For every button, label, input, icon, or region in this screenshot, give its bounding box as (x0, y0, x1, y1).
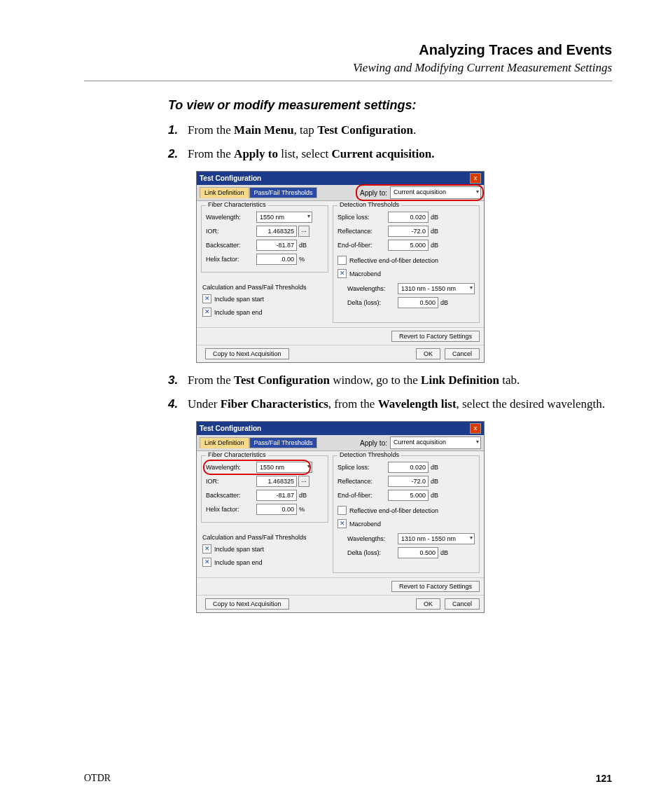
unit-label: % (299, 256, 305, 263)
checkbox-icon: ✕ (338, 519, 347, 528)
group-title: Fiber Characteristics (206, 201, 268, 208)
reflective-eof-checkbox[interactable]: Reflective end-of-fiber detection (338, 256, 438, 265)
backscatter-label: Backscatter: (206, 492, 256, 499)
unit-label: dB (431, 464, 438, 471)
unit-label: dB (431, 492, 438, 499)
wavelengths-select[interactable]: 1310 nm - 1550 nm (398, 283, 475, 294)
dialog-titlebar: Test Configuration x (197, 172, 484, 185)
revert-button[interactable]: Revert to Factory Settings (391, 331, 480, 342)
ior-label: IOR: (206, 478, 256, 485)
dialog-title: Test Configuration (200, 174, 470, 182)
step-text: From the Test Configuration window, go t… (188, 371, 612, 390)
wavelengths-label: Wavelengths: (347, 285, 398, 292)
helix-input[interactable]: 0.00 (256, 254, 297, 265)
delta-loss-label: Delta (loss): (347, 549, 398, 556)
step-number: 3. (168, 371, 188, 390)
backscatter-input[interactable]: -81.87 (256, 240, 297, 251)
wavelength-select[interactable]: 1550 nm (256, 212, 312, 223)
cancel-button[interactable]: Cancel (445, 598, 480, 610)
ior-more-button[interactable]: ... (298, 476, 309, 487)
wavelength-select[interactable]: 1550 nm (256, 462, 312, 473)
end-of-fiber-label: End-of-fiber: (338, 492, 388, 499)
reflectance-label: Reflectance: (338, 228, 388, 235)
close-icon[interactable]: x (470, 423, 481, 434)
calc-title: Calculation and Pass/Fail Thresholds (202, 284, 324, 291)
page-number: 121 (596, 773, 612, 784)
end-of-fiber-input[interactable]: 5.000 (388, 490, 429, 501)
group-title: Detection Thresholds (338, 201, 401, 208)
delta-loss-label: Delta (loss): (347, 299, 398, 306)
calc-title: Calculation and Pass/Fail Thresholds (202, 534, 324, 541)
unit-label: % (299, 506, 305, 513)
unit-label: dB (431, 228, 438, 235)
unit-label: dB (431, 214, 438, 221)
tab-pass-fail-thresholds[interactable]: Pass/Fail Thresholds (249, 187, 318, 198)
apply-to-select[interactable]: Current acquisition (390, 436, 481, 449)
fiber-characteristics-group: Fiber Characteristics Wavelength: 1550 n… (201, 455, 328, 523)
ior-input[interactable]: 1.468325 (256, 226, 297, 237)
checkbox-icon: ✕ (202, 308, 211, 317)
step-2: 2. From the Apply to list, select Curren… (168, 145, 612, 163)
step-3: 3. From the Test Configuration window, g… (168, 371, 612, 390)
step-text: Under Fiber Characteristics, from the Wa… (188, 395, 612, 413)
header-rule (84, 81, 612, 81)
macrobend-checkbox[interactable]: ✕Macrobend (338, 519, 381, 528)
ok-button[interactable]: OK (416, 348, 440, 359)
step-1: 1. From the Main Menu, tap Test Configur… (168, 121, 612, 139)
include-span-start-checkbox[interactable]: ✕Include span start (202, 294, 264, 303)
tab-link-definition[interactable]: Link Definition (200, 187, 249, 198)
end-of-fiber-input[interactable]: 5.000 (388, 240, 429, 251)
page-header-title: Analyzing Traces and Events (84, 42, 612, 58)
revert-button[interactable]: Revert to Factory Settings (391, 581, 480, 592)
helix-label: Helix factor: (206, 256, 256, 263)
copy-next-button[interactable]: Copy to Next Acquisition (205, 598, 289, 610)
reflectance-label: Reflectance: (338, 478, 388, 485)
reflectance-input[interactable]: -72.0 (388, 476, 429, 487)
tab-link-definition[interactable]: Link Definition (200, 437, 249, 448)
copy-next-button[interactable]: Copy to Next Acquisition (205, 348, 289, 359)
include-span-end-checkbox[interactable]: ✕Include span end (202, 308, 263, 317)
backscatter-input[interactable]: -81.87 (256, 490, 297, 501)
ior-input[interactable]: 1.468325 (256, 476, 297, 487)
unit-label: dB (440, 549, 448, 556)
apply-to-label: Apply to: (360, 189, 387, 197)
instructions-title: To view or modify measurement settings: (168, 98, 612, 113)
wavelength-label: Wavelength: (206, 214, 256, 221)
close-icon[interactable]: x (470, 173, 481, 184)
delta-loss-input[interactable]: 0.500 (398, 297, 438, 308)
screenshot-apply-to: Test Configuration x Link Definition Pas… (196, 171, 612, 363)
unit-label: dB (431, 478, 438, 485)
splice-loss-input[interactable]: 0.020 (388, 212, 429, 223)
include-span-start-checkbox[interactable]: ✕Include span start (202, 544, 264, 553)
splice-loss-label: Splice loss: (338, 464, 388, 471)
ok-button[interactable]: OK (416, 598, 440, 610)
ior-label: IOR: (206, 228, 256, 235)
wavelengths-select[interactable]: 1310 nm - 1550 nm (398, 533, 475, 544)
detection-thresholds-group: Detection Thresholds Splice loss:0.020dB… (333, 205, 480, 323)
tab-pass-fail-thresholds[interactable]: Pass/Fail Thresholds (249, 437, 318, 448)
screenshot-wavelength: Test Configuration x Link Definition Pas… (196, 421, 612, 613)
step-4: 4. Under Fiber Characteristics, from the… (168, 395, 612, 413)
calculation-group: Calculation and Pass/Fail Thresholds ✕In… (201, 277, 328, 323)
footer-product: OTDR (84, 773, 111, 784)
reflective-eof-checkbox[interactable]: Reflective end-of-fiber detection (338, 506, 438, 515)
step-number: 4. (168, 395, 188, 413)
delta-loss-input[interactable]: 0.500 (398, 547, 438, 558)
wavelengths-label: Wavelengths: (347, 535, 398, 542)
include-span-end-checkbox[interactable]: ✕Include span end (202, 558, 263, 567)
helix-input[interactable]: 0.00 (256, 504, 297, 515)
splice-loss-input[interactable]: 0.020 (388, 462, 429, 473)
detection-thresholds-group: Detection Thresholds Splice loss:0.020dB… (333, 455, 480, 573)
backscatter-label: Backscatter: (206, 242, 256, 249)
cancel-button[interactable]: Cancel (445, 348, 480, 359)
checkbox-icon: ✕ (202, 544, 211, 553)
reflectance-input[interactable]: -72.0 (388, 226, 429, 237)
unit-label: dB (440, 299, 448, 306)
checkbox-icon (338, 506, 347, 515)
splice-loss-label: Splice loss: (338, 214, 388, 221)
macrobend-checkbox[interactable]: ✕Macrobend (338, 269, 381, 278)
helix-label: Helix factor: (206, 506, 256, 513)
page-header-subtitle: Viewing and Modifying Current Measuremen… (84, 61, 612, 75)
apply-to-select[interactable]: Current acquisition (390, 186, 481, 199)
ior-more-button[interactable]: ... (298, 226, 309, 237)
